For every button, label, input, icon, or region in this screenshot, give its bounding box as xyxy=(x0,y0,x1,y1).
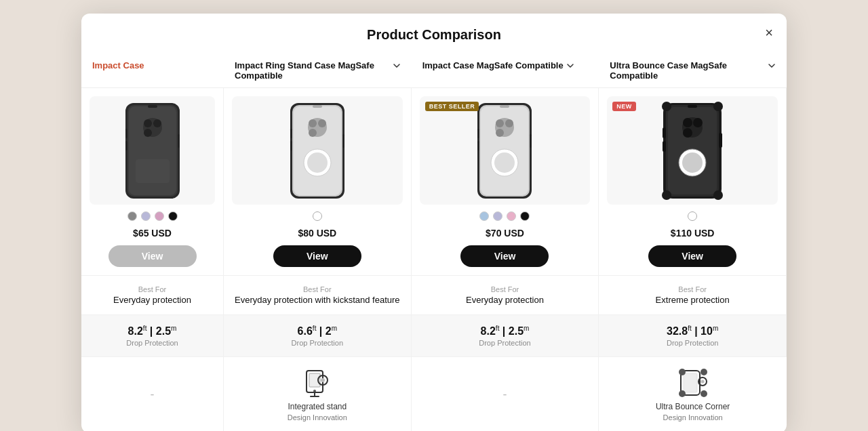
drop-value-0: 8.2ft | 2.5m xyxy=(128,325,177,337)
best-for-value-0: Everyday protection xyxy=(113,295,191,305)
drop-cell-3: 32.8ft | 10m Drop Protection xyxy=(599,314,787,356)
svg-rect-50 xyxy=(719,133,722,148)
svg-rect-51 xyxy=(662,102,671,111)
product-image-2: BEST SELLER xyxy=(420,96,591,205)
drop-cell-2: 8.2ft | 2.5m Drop Protection xyxy=(412,314,599,356)
feature-cell-2: - xyxy=(412,356,599,431)
swatch[interactable] xyxy=(155,211,164,221)
chevron-down-icon xyxy=(768,62,776,70)
swatch[interactable] xyxy=(313,211,322,221)
chevron-down-icon xyxy=(566,62,574,70)
swatch[interactable] xyxy=(168,211,178,221)
svg-rect-34 xyxy=(500,105,509,108)
svg-point-43 xyxy=(693,118,703,127)
col-header-1: Impact Ring Stand Case MagSafe Compatibl… xyxy=(224,54,412,88)
drop-value-1: 6.6ft | 2m xyxy=(298,325,337,337)
best-for-value-1: Everyday protection with kickstand featu… xyxy=(235,295,400,305)
best-for-label-1: Best For xyxy=(303,285,332,293)
svg-point-30 xyxy=(505,119,513,127)
view-button-0: View xyxy=(108,245,197,267)
svg-point-16 xyxy=(309,119,317,127)
svg-point-18 xyxy=(309,129,317,137)
close-button[interactable]: × xyxy=(765,26,773,39)
phone-image-1 xyxy=(287,102,348,200)
drop-label-1: Drop Protection xyxy=(292,339,343,347)
col-header-2: Impact Case MagSafe Compatible xyxy=(412,54,599,88)
best-for-cell-0: Best For Everyday protection xyxy=(81,275,224,314)
col-header-current: Impact Case xyxy=(81,54,224,88)
modal-overlay: Product Comparison × Impact Case Impact … xyxy=(0,0,868,431)
svg-rect-47 xyxy=(688,105,697,108)
svg-point-5 xyxy=(153,119,161,127)
view-button-1[interactable]: View xyxy=(273,245,361,267)
best-for-label-3: Best For xyxy=(678,285,707,293)
svg-point-33 xyxy=(494,152,515,173)
svg-rect-8 xyxy=(148,105,157,108)
product-image-3: NEW xyxy=(607,96,778,205)
svg-rect-64 xyxy=(679,369,686,375)
best-for-value-3: Extreme protection xyxy=(656,295,730,305)
color-swatches-2 xyxy=(479,211,530,221)
phone-image-3 xyxy=(662,102,723,200)
view-button-2[interactable]: View xyxy=(460,245,549,267)
feature-dash-0: - xyxy=(151,388,155,402)
swatch[interactable] xyxy=(493,211,502,221)
svg-point-44 xyxy=(683,128,692,138)
best-for-cell-3: Best For Extreme protection xyxy=(599,275,787,314)
swatch[interactable] xyxy=(141,211,151,221)
best-for-cell-1: Best For Everyday protection with kickst… xyxy=(224,275,412,314)
comparison-modal: Product Comparison × Impact Case Impact … xyxy=(81,14,787,431)
best-for-label-0: Best For xyxy=(138,285,167,293)
best-for-label-2: Best For xyxy=(491,285,519,293)
drop-value-3: 32.8ft | 10m xyxy=(667,325,718,337)
svg-rect-48 xyxy=(663,127,666,138)
svg-rect-10 xyxy=(125,141,127,150)
swatch[interactable] xyxy=(479,211,489,221)
product-image-0 xyxy=(90,96,215,205)
feature-cell-3: Ultra Bounce CornerDesign Innovation xyxy=(599,356,787,431)
col-header-3: Ultra Bounce Case MagSafe Compatible xyxy=(599,54,787,88)
svg-rect-52 xyxy=(713,102,723,111)
view-button-3[interactable]: View xyxy=(648,245,736,267)
feature-dash-2: - xyxy=(502,388,507,402)
modal-title: Product Comparison xyxy=(367,27,501,43)
price-1: $80 USD xyxy=(298,228,336,239)
svg-point-69 xyxy=(701,380,704,384)
bestseller-badge: BEST SELLER xyxy=(425,102,479,111)
product-cell-0: $65 USD View xyxy=(81,88,224,275)
svg-point-42 xyxy=(683,118,692,127)
drop-label-0: Drop Protection xyxy=(126,339,178,347)
svg-rect-35 xyxy=(477,129,479,138)
svg-rect-24 xyxy=(342,134,344,148)
svg-rect-53 xyxy=(662,190,671,200)
feature-cell-0: - xyxy=(81,356,224,431)
phone-image-2 xyxy=(474,102,535,200)
integrated-stand-icon xyxy=(301,367,334,399)
svg-rect-66 xyxy=(679,390,686,397)
product-cell-2: BEST SELLER xyxy=(412,88,599,275)
swatch[interactable] xyxy=(507,211,516,221)
svg-point-4 xyxy=(144,119,152,127)
swatch[interactable] xyxy=(688,211,697,221)
svg-rect-67 xyxy=(701,390,707,397)
svg-rect-7 xyxy=(136,159,170,183)
drop-cell-1: 6.6ft | 2m Drop Protection xyxy=(224,314,412,356)
swatch[interactable] xyxy=(127,211,137,221)
svg-rect-22 xyxy=(290,129,292,138)
svg-rect-21 xyxy=(313,105,322,108)
bounce-corner-icon xyxy=(677,367,709,399)
drop-value-2: 8.2ft | 2.5m xyxy=(481,325,530,337)
svg-rect-11 xyxy=(178,134,180,148)
integrated-stand-label: Integrated standDesign Innovation xyxy=(288,402,347,423)
bounce-corner-feature: Ultra Bounce CornerDesign Innovation xyxy=(656,367,730,423)
feature-cell-1: Integrated standDesign Innovation xyxy=(224,356,412,431)
phone-image-0 xyxy=(122,102,183,200)
swatch[interactable] xyxy=(520,211,530,221)
product-cell-3: NEW xyxy=(599,88,787,275)
svg-point-31 xyxy=(496,129,504,137)
svg-rect-9 xyxy=(125,129,127,138)
color-swatches-0 xyxy=(127,211,178,221)
svg-rect-37 xyxy=(530,134,532,148)
price-0: $65 USD xyxy=(133,228,172,239)
price-3: $110 USD xyxy=(671,228,715,239)
